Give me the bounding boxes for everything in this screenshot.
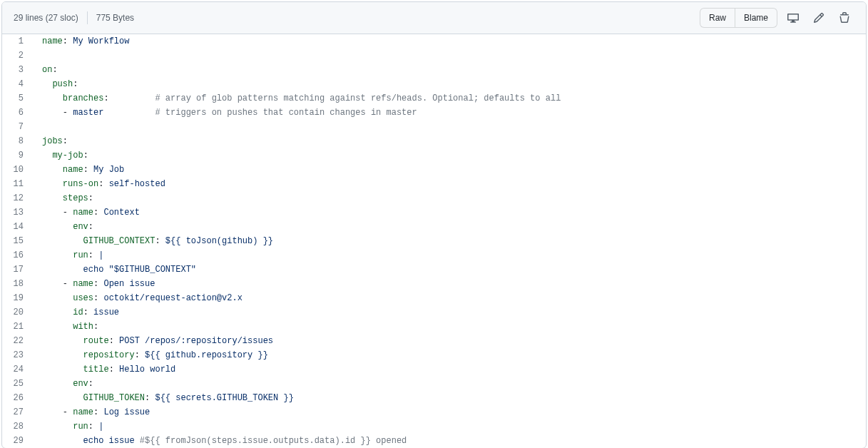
line-content[interactable]: uses: octokit/request-action@v2.x [31, 291, 866, 305]
code-line: 6 - master # triggers on pushes that con… [2, 106, 866, 120]
line-number[interactable]: 11 [2, 177, 31, 191]
code-table: 1name: My Workflow23on:4 push:5 branches… [2, 34, 866, 448]
edit-icon[interactable] [809, 8, 829, 28]
line-number[interactable]: 20 [2, 305, 31, 320]
code-line: 7 [2, 120, 866, 134]
line-number[interactable]: 14 [2, 220, 31, 234]
line-number[interactable]: 7 [2, 120, 31, 134]
code-line: 5 branches: # array of glob patterns mat… [2, 91, 866, 106]
line-content[interactable]: echo "$GITHUB_CONTEXT" [31, 263, 866, 277]
line-content[interactable] [31, 120, 866, 134]
line-content[interactable]: route: POST /repos/:repository/issues [31, 334, 866, 348]
line-content[interactable]: - name: Log issue [31, 405, 866, 419]
code-line: 21 with: [2, 320, 866, 334]
line-number[interactable]: 15 [2, 234, 31, 248]
line-number[interactable]: 22 [2, 334, 31, 348]
code-line: 24 title: Hello world [2, 362, 866, 377]
line-number[interactable]: 18 [2, 277, 31, 291]
line-content[interactable]: runs-on: self-hosted [31, 177, 866, 191]
line-content[interactable]: my-job: [31, 148, 866, 163]
file-size: 775 Bytes [96, 13, 134, 23]
line-content[interactable]: push: [31, 77, 866, 91]
line-number[interactable]: 28 [2, 419, 31, 434]
line-number[interactable]: 4 [2, 77, 31, 91]
line-number[interactable]: 2 [2, 49, 31, 63]
line-content[interactable]: name: My Job [31, 163, 866, 177]
desktop-icon[interactable] [783, 8, 803, 28]
line-number[interactable]: 3 [2, 63, 31, 77]
line-content[interactable]: jobs: [31, 134, 866, 148]
code-line: 18 - name: Open issue [2, 277, 866, 291]
code-line: 4 push: [2, 77, 866, 91]
line-number[interactable]: 25 [2, 377, 31, 391]
code-line: 23 repository: ${{ github.repository }} [2, 348, 866, 362]
code-line: 13 - name: Context [2, 205, 866, 220]
line-content[interactable]: env: [31, 220, 866, 234]
code-line: 10 name: My Job [2, 163, 866, 177]
code-line: 26 GITHUB_TOKEN: ${{ secrets.GITHUB_TOKE… [2, 391, 866, 405]
line-content[interactable]: title: Hello world [31, 362, 866, 377]
code-line: 3on: [2, 63, 866, 77]
line-number[interactable]: 6 [2, 106, 31, 120]
code-line: 9 my-job: [2, 148, 866, 163]
line-content[interactable]: repository: ${{ github.repository }} [31, 348, 866, 362]
line-number[interactable]: 29 [2, 434, 31, 448]
line-content[interactable]: - name: Open issue [31, 277, 866, 291]
code-line: 27 - name: Log issue [2, 405, 866, 419]
line-number[interactable]: 17 [2, 263, 31, 277]
file-header: 29 lines (27 sloc) 775 Bytes Raw Blame [2, 2, 866, 34]
line-number[interactable]: 12 [2, 191, 31, 205]
line-number[interactable]: 23 [2, 348, 31, 362]
code-line: 25 env: [2, 377, 866, 391]
line-content[interactable]: env: [31, 377, 866, 391]
code-line: 29 echo issue #${{ fromJson(steps.issue.… [2, 434, 866, 448]
line-number[interactable]: 13 [2, 205, 31, 220]
line-number[interactable]: 24 [2, 362, 31, 377]
lines-count: 29 lines (27 sloc) [14, 13, 78, 23]
line-content[interactable]: GITHUB_TOKEN: ${{ secrets.GITHUB_TOKEN }… [31, 391, 866, 405]
line-content[interactable]: on: [31, 63, 866, 77]
code-line: 14 env: [2, 220, 866, 234]
code-line: 19 uses: octokit/request-action@v2.x [2, 291, 866, 305]
line-number[interactable]: 8 [2, 134, 31, 148]
line-content[interactable]: branches: # array of glob patterns match… [31, 91, 866, 106]
line-content[interactable]: run: | [31, 248, 866, 263]
code-line: 11 runs-on: self-hosted [2, 177, 866, 191]
trash-icon[interactable] [834, 8, 854, 28]
line-number[interactable]: 19 [2, 291, 31, 305]
line-content[interactable]: name: My Workflow [31, 34, 866, 49]
file-actions: Raw Blame [700, 8, 854, 28]
code-line: 28 run: | [2, 419, 866, 434]
code-line: 12 steps: [2, 191, 866, 205]
raw-button[interactable]: Raw [700, 8, 735, 28]
divider [87, 11, 88, 24]
line-number[interactable]: 9 [2, 148, 31, 163]
line-content[interactable]: id: issue [31, 305, 866, 320]
line-number[interactable]: 1 [2, 34, 31, 49]
line-number[interactable]: 10 [2, 163, 31, 177]
line-number[interactable]: 16 [2, 248, 31, 263]
line-content[interactable]: echo issue #${{ fromJson(steps.issue.out… [31, 434, 866, 448]
file-stats: 29 lines (27 sloc) 775 Bytes [14, 11, 134, 24]
code-line: 15 GITHUB_CONTEXT: ${{ toJson(github) }} [2, 234, 866, 248]
line-number[interactable]: 26 [2, 391, 31, 405]
line-content[interactable]: steps: [31, 191, 866, 205]
line-number[interactable]: 5 [2, 91, 31, 106]
blame-button[interactable]: Blame [735, 8, 777, 28]
code-line: 8jobs: [2, 134, 866, 148]
line-content[interactable]: with: [31, 320, 866, 334]
line-number[interactable]: 21 [2, 320, 31, 334]
file-viewer: 29 lines (27 sloc) 775 Bytes Raw Blame 1… [1, 1, 867, 448]
line-content[interactable]: - master # triggers on pushes that conta… [31, 106, 866, 120]
line-content[interactable]: - name: Context [31, 205, 866, 220]
code-line: 1name: My Workflow [2, 34, 866, 49]
code-line: 22 route: POST /repos/:repository/issues [2, 334, 866, 348]
button-group: Raw Blame [700, 8, 777, 28]
line-content[interactable] [31, 49, 866, 63]
line-number[interactable]: 27 [2, 405, 31, 419]
code-line: 20 id: issue [2, 305, 866, 320]
line-content[interactable]: GITHUB_CONTEXT: ${{ toJson(github) }} [31, 234, 866, 248]
line-content[interactable]: run: | [31, 419, 866, 434]
code-line: 17 echo "$GITHUB_CONTEXT" [2, 263, 866, 277]
code-line: 16 run: | [2, 248, 866, 263]
